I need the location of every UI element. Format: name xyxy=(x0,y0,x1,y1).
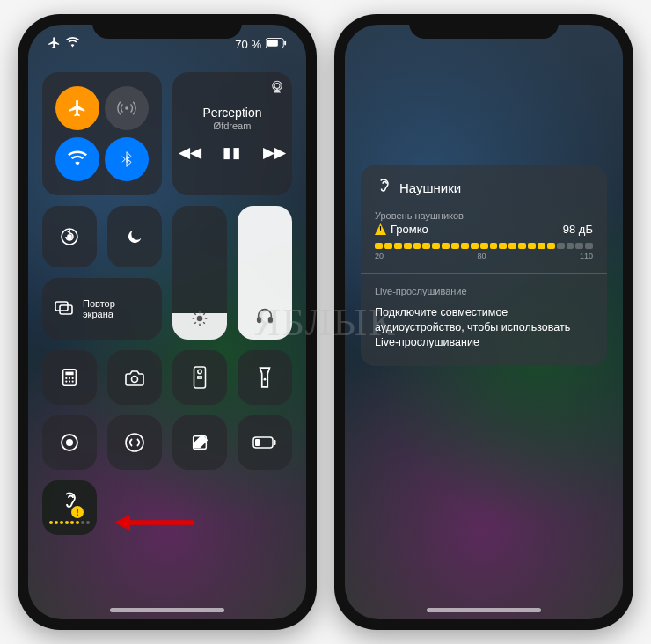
notch xyxy=(409,14,559,39)
svg-point-27 xyxy=(66,439,73,446)
control-center: Perception Øfdream ◀◀ ▮▮ ▶▶ xyxy=(28,63,306,535)
level-meter xyxy=(375,243,593,249)
phone-frame-right: Наушники Уровень наушников Громко 98 дБ … xyxy=(334,14,633,630)
bluetooth-toggle[interactable] xyxy=(105,137,149,181)
battery-percent: 70 % xyxy=(235,38,261,51)
notes-button[interactable] xyxy=(172,415,227,470)
headphones-label: Наушники xyxy=(399,180,461,195)
svg-point-16 xyxy=(69,377,70,379)
screen-mirror-icon xyxy=(53,297,74,320)
battery-icon xyxy=(266,38,287,51)
brightness-slider[interactable] xyxy=(172,206,227,340)
svg-point-8 xyxy=(197,316,203,322)
warning-badge: ! xyxy=(71,506,84,518)
svg-rect-12 xyxy=(60,305,72,314)
screen-mirroring-button[interactable]: Повтор экрана xyxy=(42,278,162,340)
svg-point-23 xyxy=(198,370,201,373)
svg-rect-14 xyxy=(65,372,73,376)
svg-rect-32 xyxy=(255,439,260,446)
screen-left: 70 % xyxy=(28,25,306,619)
svg-rect-9 xyxy=(258,318,261,323)
calculator-button[interactable] xyxy=(42,350,97,405)
svg-point-3 xyxy=(125,106,128,110)
svg-rect-31 xyxy=(274,440,276,445)
level-label: Уровень наушников xyxy=(375,210,593,221)
cellular-toggle[interactable] xyxy=(105,86,149,130)
ear-icon xyxy=(375,178,392,198)
live-listen-text: Подключите совместимое аудиоустройство, … xyxy=(375,305,593,350)
camera-button[interactable] xyxy=(107,350,162,405)
loud-label: Громко xyxy=(391,223,428,236)
live-listen-label: Live-прослушивание xyxy=(375,286,593,296)
screen-mirror-label: Повтор экрана xyxy=(83,298,115,319)
svg-point-5 xyxy=(274,84,280,89)
svg-rect-24 xyxy=(198,377,201,378)
prev-track-button[interactable]: ◀◀ xyxy=(179,143,201,162)
flashlight-button[interactable] xyxy=(238,350,292,405)
meter-scale: 20 80 110 xyxy=(375,252,593,260)
svg-point-15 xyxy=(65,377,67,379)
hearing-panel: Наушники Уровень наушников Громко 98 дБ … xyxy=(361,165,607,366)
home-indicator[interactable] xyxy=(110,608,224,612)
svg-rect-7 xyxy=(68,235,71,239)
low-power-button[interactable] xyxy=(238,415,292,470)
db-value: 98 дБ xyxy=(563,223,593,236)
svg-point-18 xyxy=(65,380,67,382)
connectivity-group xyxy=(42,72,162,195)
svg-point-28 xyxy=(126,434,143,451)
hearing-button[interactable]: ! xyxy=(42,480,97,535)
remote-button[interactable] xyxy=(172,350,227,405)
airplane-icon xyxy=(48,36,61,52)
rotation-lock-toggle[interactable] xyxy=(42,206,97,267)
svg-point-19 xyxy=(69,380,70,382)
airplay-icon[interactable] xyxy=(269,79,285,99)
media-title: Perception xyxy=(203,106,262,120)
svg-rect-10 xyxy=(269,318,273,323)
brightness-icon xyxy=(191,310,208,331)
svg-rect-2 xyxy=(284,40,286,45)
hearing-level-dots xyxy=(49,521,90,524)
airplane-toggle[interactable] xyxy=(55,86,99,130)
wifi-toggle[interactable] xyxy=(55,137,99,181)
svg-rect-11 xyxy=(55,302,68,311)
media-artist: Øfdream xyxy=(214,121,252,131)
svg-point-21 xyxy=(132,377,138,383)
shazam-button[interactable] xyxy=(107,415,162,470)
svg-rect-1 xyxy=(267,40,278,46)
screen-right: Наушники Уровень наушников Громко 98 дБ … xyxy=(345,25,623,619)
svg-point-20 xyxy=(72,380,74,382)
wifi-icon xyxy=(66,36,79,52)
next-track-button[interactable]: ▶▶ xyxy=(263,143,286,162)
screen-record-button[interactable] xyxy=(42,415,97,470)
svg-point-17 xyxy=(72,377,74,379)
pause-button[interactable]: ▮▮ xyxy=(223,143,242,162)
svg-point-25 xyxy=(264,378,267,381)
phone-frame-left: 70 % xyxy=(18,14,317,630)
volume-slider[interactable] xyxy=(238,206,292,340)
divider xyxy=(361,273,607,274)
do-not-disturb-toggle[interactable] xyxy=(107,206,162,267)
home-indicator[interactable] xyxy=(427,608,541,612)
warning-icon xyxy=(375,223,386,235)
media-controls[interactable]: Perception Øfdream ◀◀ ▮▮ ▶▶ xyxy=(172,72,292,195)
notch xyxy=(92,14,242,39)
headphones-icon xyxy=(255,306,274,329)
